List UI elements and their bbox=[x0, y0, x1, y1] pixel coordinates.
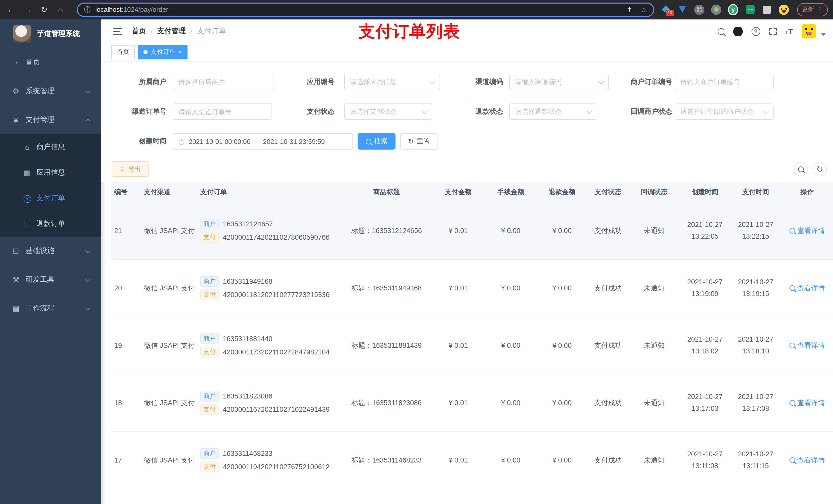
clock-icon: ◷ bbox=[178, 137, 185, 145]
sidebar-nav: ◔ 首页 ⚙ 系统管理 ¥ 支付管理 ⌂ 商户信息 bbox=[0, 48, 101, 323]
search-button[interactable]: 搜索 bbox=[358, 133, 396, 149]
tab-close-icon[interactable]: × bbox=[178, 48, 182, 55]
tags-bar: 首页 支付订单 × bbox=[101, 43, 833, 62]
briefcase-icon: ▤ bbox=[11, 304, 21, 313]
tab-pay-order[interactable]: 支付订单 × bbox=[138, 45, 188, 59]
user-dropdown-caret-icon[interactable] bbox=[821, 33, 826, 37]
create-time-range-picker[interactable]: ◷ 2021-10-01 00:00:00 - 2021-10-31 23:59… bbox=[173, 133, 353, 149]
share-icon[interactable]: ↥ bbox=[626, 5, 632, 14]
pay-order-cell: 商户1635312124657 支付4200001174202110278060… bbox=[198, 216, 342, 245]
forward-icon[interactable]: → bbox=[22, 3, 34, 16]
download-icon: ↧ bbox=[120, 165, 125, 173]
view-detail-link[interactable]: 查看详情 bbox=[789, 284, 825, 293]
pay-tag: 支付 bbox=[200, 289, 219, 300]
table-row: 17 微信 JSAPI 支付 商户1635311468233 支付4200001… bbox=[111, 432, 833, 489]
sidebar-item-system[interactable]: ⚙ 系统管理 bbox=[0, 77, 101, 105]
chevron-down-icon bbox=[85, 248, 90, 253]
pay-tag: 支付 bbox=[200, 404, 219, 415]
breadcrumb-home[interactable]: 首页 bbox=[132, 27, 146, 36]
table-row: 18 微信 JSAPI 支付 商户1635311823086 支付4200001… bbox=[111, 375, 833, 432]
merchant-filter-input[interactable] bbox=[173, 74, 274, 90]
address-bar[interactable]: ⓘ localhost:1024/pay/order ↥ ☆ bbox=[77, 2, 654, 17]
table-row: 19 微信 JSAPI 支付 商户1635311881440 支付4200001… bbox=[111, 317, 833, 375]
site-info-icon[interactable]: ⓘ bbox=[84, 5, 91, 14]
pay-order-cell: 商户1635311468233 支付4200001194202110276752… bbox=[198, 446, 342, 475]
sidebar-item-dev-tools[interactable]: ⚒ 研发工具 bbox=[0, 265, 101, 294]
channel-code-filter-select[interactable]: 请输入渠道编码 bbox=[509, 74, 609, 90]
payment-submenu: ⌂ 商户信息 ▦ 应用信息 ¥ 支付订单 退款订单 bbox=[0, 134, 101, 237]
url-text[interactable]: localhost:1024/pay/order bbox=[95, 6, 618, 13]
sidebar-item-pay-order[interactable]: ¥ 支付订单 bbox=[0, 186, 101, 211]
back-icon[interactable]: ← bbox=[5, 3, 18, 16]
export-button[interactable]: ↧ 导出 bbox=[112, 161, 148, 177]
pay-status-filter-select[interactable]: 请选择支付状态 bbox=[344, 103, 432, 120]
chevron-down-icon bbox=[85, 88, 90, 94]
profile-avatar-icon[interactable] bbox=[779, 4, 789, 15]
search-icon bbox=[789, 228, 795, 234]
dashboard-icon: ◔ bbox=[11, 58, 21, 67]
toggle-search-button[interactable] bbox=[793, 162, 808, 176]
merchant-order-no-filter-input[interactable] bbox=[675, 74, 774, 90]
browser-menu-icon[interactable]: ⋮ bbox=[817, 6, 823, 13]
view-detail-link[interactable]: 查看详情 bbox=[789, 398, 825, 407]
breadcrumb: 首页 / 支付管理 / 支付订单 bbox=[132, 27, 226, 36]
search-icon bbox=[789, 343, 795, 348]
notify-status-filter-select[interactable]: 请选择订单回调商户状态 bbox=[675, 103, 774, 120]
refund-status-filter-select[interactable]: 请选择退款状态 bbox=[509, 103, 597, 120]
extension-badge-icon[interactable]: 10 bbox=[660, 4, 671, 15]
breadcrumb-payment[interactable]: 支付管理 bbox=[157, 27, 186, 36]
recorder-extension-icon[interactable] bbox=[711, 4, 721, 15]
topbar: 首页 / 支付管理 / 支付订单 支付订单列表 ? TT bbox=[101, 20, 833, 43]
fullscreen-icon[interactable] bbox=[769, 27, 777, 35]
sidebar-toggle-icon[interactable] bbox=[113, 28, 122, 35]
search-icon[interactable] bbox=[717, 28, 724, 34]
app-filter-select[interactable]: 请选择应用信息 bbox=[344, 74, 440, 90]
user-avatar[interactable] bbox=[802, 24, 816, 39]
channel-order-no-filter-input[interactable] bbox=[173, 103, 272, 120]
github-icon[interactable] bbox=[733, 26, 743, 36]
chevron-down-icon bbox=[763, 108, 769, 114]
command-extension-icon[interactable]: ⌘ bbox=[694, 4, 705, 15]
document-icon bbox=[23, 220, 32, 228]
merchant-tag: 商户 bbox=[200, 448, 219, 459]
bookmark-star-icon[interactable]: ☆ bbox=[641, 5, 647, 14]
merchant-tag: 商户 bbox=[200, 219, 219, 230]
channel-code-filter-label: 渠道编码 bbox=[452, 74, 503, 90]
table-row: 21 微信 JSAPI 支付 商户1635312124657 支付4200001… bbox=[111, 202, 833, 260]
extension-count-badge: 10 bbox=[665, 9, 674, 17]
refund-status-filter-label: 退款状态 bbox=[452, 103, 503, 120]
table-row: 20 微信 JSAPI 支付 商户1635311949168 支付4200001… bbox=[111, 260, 833, 317]
page-title-annotation: 支付订单列表 bbox=[340, 21, 478, 43]
merchant-filter-label: 所属商户 bbox=[111, 74, 166, 90]
sidebar-item-home[interactable]: ◔ 首页 bbox=[0, 48, 101, 77]
reset-button[interactable]: ↻ 重置 bbox=[400, 133, 438, 149]
home-icon[interactable]: ⌂ bbox=[54, 3, 67, 16]
chat-extension-icon[interactable] bbox=[745, 4, 755, 15]
sidebar-item-app-info[interactable]: ▦ 应用信息 bbox=[0, 160, 101, 186]
help-icon[interactable]: ? bbox=[751, 27, 760, 35]
view-detail-link[interactable]: 查看详情 bbox=[789, 226, 825, 235]
view-detail-link[interactable]: 查看详情 bbox=[789, 341, 825, 350]
extensions-puzzle-icon[interactable] bbox=[762, 4, 772, 15]
table-row: 商户1635311354726 bbox=[111, 489, 833, 504]
yudao-extension-icon[interactable]: y bbox=[728, 4, 738, 15]
browser-chrome: ← → ↻ ⌂ ⓘ localhost:1024/pay/order ↥ ☆ 1… bbox=[0, 0, 833, 20]
browser-update-button[interactable]: 更新⋮ bbox=[797, 3, 828, 16]
monitor-icon: ⊡ bbox=[11, 246, 21, 256]
sidebar-item-payment[interactable]: ¥ 支付管理 bbox=[0, 105, 101, 134]
reload-icon[interactable]: ↻ bbox=[38, 3, 50, 16]
sidebar-item-infra[interactable]: ⊡ 基础设施 bbox=[0, 237, 101, 265]
refresh-table-button[interactable]: ↻ bbox=[812, 162, 827, 176]
app-root: ← → ↻ ⌂ ⓘ localhost:1024/pay/order ↥ ☆ 1… bbox=[0, 0, 833, 504]
pay-status-filter-label: 支付状态 bbox=[283, 103, 335, 120]
pay-tag: 支付 bbox=[200, 347, 219, 358]
search-icon bbox=[789, 457, 795, 463]
sidebar-item-merchant-info[interactable]: ⌂ 商户信息 bbox=[0, 134, 101, 160]
sketch-extension-icon[interactable] bbox=[677, 4, 688, 15]
sidebar-item-refund-order[interactable]: 退款订单 bbox=[0, 211, 101, 237]
chevron-down-icon bbox=[422, 108, 428, 114]
tab-home[interactable]: 首页 bbox=[111, 45, 135, 59]
view-detail-link[interactable]: 查看详情 bbox=[789, 456, 825, 465]
font-size-icon[interactable]: TT bbox=[785, 27, 793, 35]
sidebar-item-workflow[interactable]: ▤ 工作流程 bbox=[0, 294, 101, 323]
